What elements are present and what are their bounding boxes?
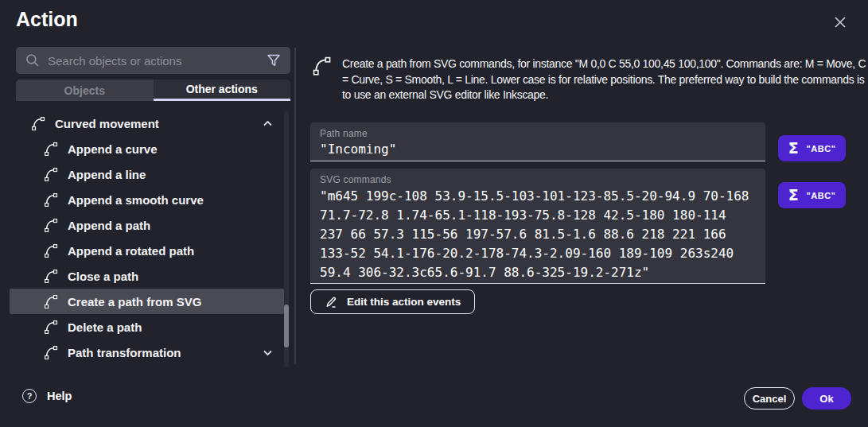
svg-commands-field[interactable]: SVG commands "m645 199c-108 53.9-15.5-10…	[310, 169, 765, 284]
curve-icon	[43, 141, 59, 157]
search-box	[16, 47, 290, 74]
help-button[interactable]: ? Help	[22, 389, 72, 403]
path-name-value[interactable]: "Incoming"	[320, 142, 756, 157]
close-button[interactable]	[830, 12, 850, 33]
list-item-label: Append a rotated path	[68, 244, 194, 258]
curve-icon	[43, 243, 59, 258]
list-item-delete-a-path[interactable]: Delete a path	[0, 314, 285, 340]
cancel-button[interactable]: Cancel	[744, 387, 795, 410]
list-item-label: Path transformation	[68, 346, 181, 359]
tab-other-actions[interactable]: Other actions	[154, 80, 291, 101]
filter-button[interactable]	[267, 53, 281, 68]
curve-icon	[30, 115, 46, 131]
list-item-close-a-path[interactable]: Close a path	[0, 263, 285, 289]
list-item-label: Append a smooth curve	[68, 193, 204, 207]
list-item-label: Create a path from SVG	[68, 295, 201, 309]
list-item-label: Append a curve	[68, 142, 158, 156]
list-item-label: Delete a path	[68, 320, 142, 334]
pencil-icon	[325, 295, 338, 309]
curve-icon	[43, 268, 59, 284]
tab-objects[interactable]: Objects	[16, 80, 154, 101]
list-item-create-a-path-from-svg[interactable]: Create a path from SVG	[10, 289, 284, 314]
curve-icon	[43, 166, 59, 182]
list-item-label: Append a line	[68, 168, 146, 181]
list-item-append-a-curve[interactable]: Append a curve	[0, 136, 285, 161]
path-name-field[interactable]: Path name "Incoming"	[310, 122, 765, 161]
svg-commands-label: SVG commands	[320, 174, 756, 185]
actions-list: Curved movement Append a curve Append a …	[0, 111, 285, 365]
curve-icon	[311, 55, 333, 80]
list-item-path-transformation[interactable]: Path transformation	[0, 340, 285, 365]
list-item-append-a-rotated-path[interactable]: Append a rotated path	[0, 238, 285, 263]
list-item-append-a-path[interactable]: Append a path	[0, 212, 285, 238]
list-item-curved-movement[interactable]: Curved movement	[0, 111, 285, 136]
curve-icon	[43, 293, 59, 309]
chevron-up-icon	[263, 120, 273, 127]
search-icon	[25, 53, 40, 68]
list-item-label: Append a path	[68, 219, 150, 232]
scrollbar-thumb[interactable]	[284, 305, 289, 347]
help-icon: ?	[22, 389, 37, 403]
ok-button[interactable]: Ok	[802, 387, 851, 410]
expression-editor-button-svg-commands[interactable]: Σ "ABC"	[778, 182, 846, 208]
help-label: Help	[47, 390, 72, 402]
chevron-down-icon	[263, 349, 273, 356]
curve-icon	[43, 217, 59, 233]
list-item-label: Close a path	[68, 270, 138, 283]
list-item-append-a-line[interactable]: Append a line	[0, 161, 285, 187]
curve-icon	[43, 319, 59, 335]
close-icon	[832, 14, 848, 30]
curve-icon	[43, 344, 59, 360]
tab-bar: Objects Other actions	[16, 80, 290, 101]
expression-editor-button-path-name[interactable]: Σ "ABC"	[778, 135, 846, 161]
sigma-icon: Σ	[788, 188, 799, 203]
sigma-icon: Σ	[788, 141, 799, 156]
dialog-title: Action	[16, 8, 78, 31]
abc-label: "ABC"	[807, 191, 836, 200]
path-name-label: Path name	[320, 128, 756, 139]
funnel-icon	[267, 53, 281, 68]
edit-button-label: Edit this action events	[347, 296, 461, 308]
list-item-append-a-smooth-curve[interactable]: Append a smooth curve	[0, 187, 285, 212]
panel-divider	[294, 48, 296, 364]
action-description: Create a path from SVG commands, for ins…	[342, 56, 867, 103]
edit-action-events-button[interactable]: Edit this action events	[310, 289, 475, 314]
list-item-label: Curved movement	[55, 117, 159, 130]
search-input[interactable]	[48, 54, 267, 68]
curve-icon	[43, 192, 59, 208]
svg-commands-value[interactable]: "m645 199c-108 53.9-15.5-103-101-123-85.…	[320, 187, 753, 282]
abc-label: "ABC"	[807, 144, 836, 153]
